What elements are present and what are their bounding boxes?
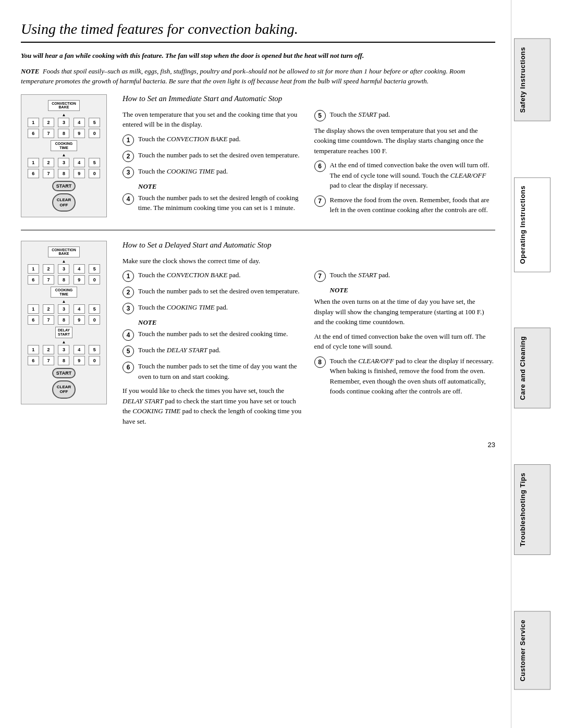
step-1-4: 4 Touch the number pads to set the desir… bbox=[123, 193, 304, 213]
num-row-2-1: 1 2 3 4 5 bbox=[26, 264, 102, 274]
note-foods: NOTE Foods that spoil easily–such as mil… bbox=[21, 66, 495, 87]
sidebar-tab-troubleshooting[interactable]: Troubleshooting Tips bbox=[514, 464, 550, 555]
step-1-1: 1 Touch the CONVECTION BAKE pad. bbox=[123, 134, 304, 146]
num-row-2-3: 1 2 3 4 5 bbox=[26, 304, 102, 314]
section1-intro: The oven temperature that you set and th… bbox=[123, 109, 304, 130]
warning-text: You will hear a fan while cooking with t… bbox=[21, 51, 495, 61]
section1-heading: How to Set an Immediate Start and Automa… bbox=[123, 94, 495, 103]
oven-diagram-2: CONVECTIONBAKE ▲ 1 2 3 4 5 6 7 8 bbox=[21, 241, 112, 431]
section1-display-note: The display shows the oven temperature t… bbox=[314, 126, 496, 156]
section2-heading: How to Set a Delayed Start and Automatic… bbox=[123, 241, 495, 250]
step-2-5: 5 Touch the DELAY START pad. bbox=[123, 345, 304, 357]
num-row-4: 6 7 8 9 0 bbox=[26, 169, 102, 178]
num-row-3: 1 2 3 4 5 bbox=[26, 158, 102, 167]
oven-panel-2: CONVECTIONBAKE ▲ 1 2 3 4 5 6 7 8 bbox=[21, 241, 107, 404]
sidebar-tab-customer[interactable]: Customer Service bbox=[514, 611, 550, 690]
section2-end-note: At the end of timed convection bake the … bbox=[314, 331, 496, 352]
clear-off-button-2[interactable]: CLEAR OFF bbox=[52, 380, 76, 399]
note-label-3: NOTE bbox=[330, 286, 496, 294]
step-1-3: 3 Touch the COOKING TIME pad. bbox=[123, 166, 304, 178]
step-2-4: 4 Touch the number pads to set the desir… bbox=[123, 329, 304, 341]
num-row-2-6: 6 7 8 9 0 bbox=[26, 356, 102, 365]
step-2-8: 8 Touch the CLEAR/OFF pad to clear the d… bbox=[314, 356, 496, 397]
num-row-2-4: 6 7 8 9 0 bbox=[26, 315, 102, 325]
oven-diagram-1: CONVECTIONBAKE ▲ 1 2 3 4 5 6 7 bbox=[21, 94, 112, 219]
clear-off-button-1[interactable]: CLEAR OFF bbox=[52, 193, 76, 212]
sidebar-tab-care[interactable]: Care and Cleaning bbox=[514, 328, 550, 409]
right-sidebar: Safety Instructions Operating Instructio… bbox=[511, 0, 553, 728]
num-row-2-5: 1 2 3 4 5 bbox=[26, 345, 102, 354]
step-1-7: 7 Remove the food from the oven. Remembe… bbox=[314, 195, 496, 215]
num-row-1: 1 2 3 4 5 bbox=[26, 118, 102, 127]
step-1-5: 5 Touch the START pad. bbox=[314, 109, 496, 121]
section-divider bbox=[21, 230, 495, 230]
step-2-2: 2 Touch the number pads to set the desir… bbox=[123, 286, 304, 298]
section2: CONVECTIONBAKE ▲ 1 2 3 4 5 6 7 8 bbox=[21, 241, 495, 431]
section1-col-right: 5 Touch the START pad. The display shows… bbox=[314, 109, 496, 219]
section2-two-col: 1 Touch the CONVECTION BAKE pad. 2 Touch… bbox=[123, 270, 495, 430]
num-row-2: 6 7 8 9 0 bbox=[26, 129, 102, 138]
oven-panel-1: CONVECTIONBAKE ▲ 1 2 3 4 5 6 7 bbox=[21, 94, 107, 218]
section2-check-times: If you would like to check the times you… bbox=[123, 386, 304, 426]
num-row-2-2: 6 7 8 9 0 bbox=[26, 275, 102, 285]
convection-bake-label: CONVECTIONBAKE bbox=[26, 100, 102, 111]
sidebar-tab-safety[interactable]: Safety Instructions bbox=[514, 39, 550, 121]
step-2-1: 1 Touch the CONVECTION BAKE pad. bbox=[123, 270, 304, 282]
section2-intro: Make sure the clock shows the correct ti… bbox=[123, 256, 495, 266]
note-label-1: NOTE bbox=[138, 182, 304, 191]
step-2-6: 6 Touch the number pads to set the time … bbox=[123, 361, 304, 381]
step-1-2: 2 Touch the number pads to set the desir… bbox=[123, 150, 304, 162]
note-label-2: NOTE bbox=[138, 318, 304, 327]
section2-right: How to Set a Delayed Start and Automatic… bbox=[123, 241, 495, 431]
start-button-1[interactable]: START bbox=[52, 181, 76, 191]
step-2-3: 3 Touch the COOKING TIME pad. bbox=[123, 302, 304, 314]
section2-turn-on-note: When the oven turns on at the time of da… bbox=[314, 297, 496, 327]
page-container: Using the timed features for convection … bbox=[0, 0, 563, 728]
step-1-6: 6 At the end of timed convection bake th… bbox=[314, 160, 496, 191]
section2-col-right: 7 Touch the START pad. NOTE When the ove… bbox=[314, 270, 496, 430]
page-title: Using the timed features for convection … bbox=[21, 21, 495, 43]
section2-col-left: 1 Touch the CONVECTION BAKE pad. 2 Touch… bbox=[123, 270, 304, 430]
section1: CONVECTIONBAKE ▲ 1 2 3 4 5 6 7 bbox=[21, 94, 495, 219]
main-content: Using the timed features for convection … bbox=[0, 0, 511, 728]
section1-col-left: The oven temperature that you set and th… bbox=[123, 109, 304, 219]
start-button-2[interactable]: START bbox=[52, 368, 76, 378]
section1-two-col: The oven temperature that you set and th… bbox=[123, 109, 495, 219]
sidebar-tab-operating[interactable]: Operating Instructions bbox=[514, 177, 550, 272]
page-number: 23 bbox=[21, 441, 495, 449]
step-2-7: 7 Touch the START pad. bbox=[314, 270, 496, 282]
section1-right: How to Set an Immediate Start and Automa… bbox=[123, 94, 495, 219]
